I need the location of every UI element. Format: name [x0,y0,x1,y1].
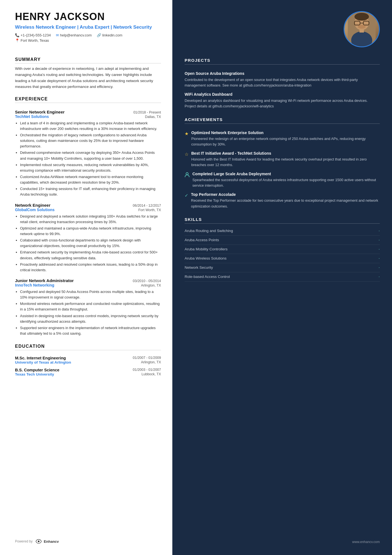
skill-5-label: Network Security [185,265,213,270]
experience-heading: EXPERIENCE [15,97,161,103]
job-2: Network Engineer 06/2014 - 12/2017 Globa… [15,198,161,274]
skill-5: Network Security · [185,263,380,272]
bullet-item: Optimized and maintained a campus-wide A… [20,226,161,237]
location-text: Fort Worth, Texas [21,38,49,43]
achievement-2: ☆ Best IT Initiative Award - TechNet Sol… [185,151,380,168]
email-text: help@enhancv.com [60,33,92,37]
summary-text: With over a decade of experience in netw… [15,66,161,90]
location-row: 📍 Fort Worth, Texas [15,38,161,43]
enhancv-logo: Enhancv [35,539,59,544]
job-1-location: Dallas, TX [145,115,161,119]
bullet-item: Proactively addressed and resolved compl… [20,262,161,273]
phone-contact: 📞 +1-(234)-555-1234 [15,33,51,37]
job-1: Senior Network Engineer 01/2018 - Presen… [15,105,161,198]
job-1-company: TechNet Solutions [15,114,49,119]
bullet-item: Enhanced network security by implementin… [20,250,161,261]
skill-dot-icon: · [379,238,380,243]
job-2-company: GlobalCom Solutions [15,208,54,212]
bullet-item: Assisted in designing role-based access … [20,313,161,324]
edu-1: M.Sc. Internet Engineering 01/2007 - 01/… [15,356,161,364]
edu-1-header: M.Sc. Internet Engineering 01/2007 - 01/… [15,356,161,360]
job-3-header: Junior Network Administrator 03/2010 - 0… [15,278,161,283]
edu-2-header: B.S. Computer Science 01/2003 - 01/2007 [15,368,161,372]
powered-by-text: Powered by [15,539,33,543]
job-3: Junior Network Administrator 03/2010 - 0… [15,274,161,337]
ach-4-content: Top Performer Accolade Received the Top … [191,192,380,209]
education-heading: EDUCATION [15,344,161,350]
linkedin-text: linkedin.com [102,33,122,37]
skill-1: Aruba Routing and Switching · [185,226,380,236]
svg-point-6 [354,13,369,21]
achievements-heading: ACHIEVEMENTS [185,117,380,124]
project-2: WiFi Analytics Dashboard Developed an an… [185,88,380,109]
job-3-dates: 03/2010 - 05/2014 [133,279,161,283]
job-1-dates: 01/2018 - Present [133,110,161,114]
project-1-title: Open Source Aruba Integrations [185,71,380,76]
job-3-company: InnoTech Networking [15,283,54,287]
skill-dot-icon: · [379,256,380,261]
job-1-header: Senior Network Engineer 01/2018 - Presen… [15,110,161,114]
bullet-item: Monitored wireless network performance a… [20,301,161,312]
star-outline-icon: ☆ [185,152,188,157]
svg-rect-9 [359,29,364,33]
summary-heading: SUMMARY [15,57,161,63]
job-3-bullets: Configured and deployed 50 Aruba Access … [15,289,161,336]
ach-4-desc: Received the Top Performer accolade for … [191,198,380,209]
brand-name: Enhancv [44,539,59,544]
candidate-title: Wireless Network Engineer | Aruba Expert… [15,24,161,31]
skills-heading: SKILLS [185,217,380,224]
candidate-name: HENRY JACKSON [15,11,161,22]
ach-1-desc: Pioneered the redesign of an enterprise … [191,136,380,147]
edu-2-location: Lubbock, TX [142,372,161,376]
linkedin-contact: 🔗 linkedin.com [97,33,122,37]
bullet-item: Designed and deployed a network solution… [20,214,161,225]
achievement-1: ★ Optimized Network Enterprise Solution … [185,130,380,147]
job-2-location: Fort Worth, TX [138,208,161,212]
skill-6-label: Role-based Access Control [185,275,230,279]
job-1-company-row: TechNet Solutions Dallas, TX [15,114,161,119]
skill-dot-icon: · [379,274,380,279]
project-1-desc: Contributed to the development of an ope… [185,77,380,88]
job-2-header: Network Engineer 06/2014 - 12/2017 [15,203,161,208]
star-filled-icon: ★ [185,131,188,136]
project-1: Open Source Aruba Integrations Contribut… [185,67,380,88]
skill-4: Aruba Wireless Solutions · [185,254,380,263]
edu-2: B.S. Computer Science 01/2003 - 01/2007 … [15,368,161,376]
job-1-title: Senior Network Engineer [15,110,64,114]
skill-dot-icon: · [379,265,380,270]
skill-3-label: Aruba Mobility Controllers [185,247,228,251]
job-3-title: Junior Network Administrator [15,278,74,283]
link-icon: 🔗 [97,33,101,37]
phone-icon: 📞 [15,33,19,37]
edu-2-school: Texas Tech University [15,372,54,376]
website-text: www.enhancv.com [352,540,380,544]
achievement-4: ✓ Top Performer Accolade Received the To… [185,192,380,209]
job-1-bullets: Led a team of 4 in designing and impleme… [15,120,161,198]
job-2-title: Network Engineer [15,203,51,208]
logo-icon [35,539,43,544]
edu-1-row: University of Texas at Arlington Arlingt… [15,360,161,364]
ach-2-desc: Honored with the Best IT Initiative Awar… [191,157,380,168]
edu-1-location: Arlington, TX [141,360,161,364]
checkmark-icon: ✓ [185,193,188,198]
right-column: PROJECTS Open Source Aruba Integrations … [172,0,392,555]
skill-dot-icon: · [379,247,380,252]
skill-6: Role-based Access Control · [185,272,380,282]
avatar-image [344,12,379,46]
project-2-title: WiFi Analytics Dashboard [185,92,380,97]
bullet-item: Conducted 15+ training sessions for IT s… [20,186,161,197]
skill-3: Aruba Mobility Controllers · [185,245,380,254]
job-3-company-row: InnoTech Networking Arlington, TX [15,283,161,287]
edu-1-degree: M.Sc. Internet Engineering [15,356,66,360]
edu-2-row: Texas Tech University Lubbock, TX [15,372,161,376]
job-2-dates: 06/2014 - 12/2017 [133,204,161,208]
left-column: HENRY JACKSON Wireless Network Engineer … [0,0,172,555]
bullet-item: Configured and deployed 50 Aruba Access … [20,289,161,300]
skill-4-label: Aruba Wireless Solutions [185,256,227,260]
ach-4-title: Top Performer Accolade [191,192,380,197]
header: HENRY JACKSON Wireless Network Engineer … [15,11,161,43]
bullet-item: Supported senior engineers in the implem… [20,325,161,336]
ach-2-content: Best IT Initiative Award - TechNet Solut… [191,151,380,168]
bullet-item: Customized Aruba AirWave network managem… [20,174,161,185]
edu-2-degree: B.S. Computer Science [15,368,59,372]
